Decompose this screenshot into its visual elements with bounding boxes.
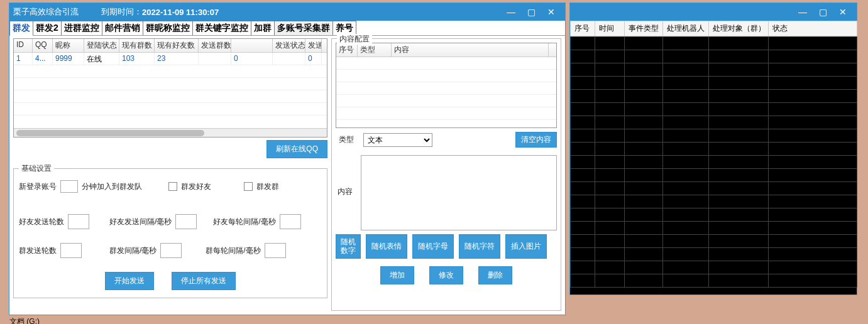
tab-mass-send[interactable]: 群发 [9, 21, 33, 35]
accounts-table[interactable]: ID QQ 昵称 登陆状态 现有群数 现有好友数 发送群数 发送状态 发送 1 … [13, 38, 327, 138]
maximize-button[interactable]: ▢ [521, 3, 541, 21]
random-emoji-button[interactable]: 随机表情 [366, 234, 407, 259]
log-col-time[interactable]: 时间 [595, 21, 625, 36]
col-friends[interactable]: 现有好友数 [155, 39, 199, 52]
new-login-minutes-input[interactable] [60, 180, 78, 193]
friend-rounds-label: 好友发送轮数 [19, 217, 64, 227]
maximize-button-2[interactable]: ▢ [813, 3, 833, 21]
group-round-interval-label: 群每轮间隔/毫秒 [206, 246, 260, 256]
start-send-button[interactable]: 开始发送 [105, 272, 154, 290]
expire-label: 到期时间： [101, 6, 142, 18]
col-content[interactable]: 内容 [392, 43, 549, 57]
log-col-bot[interactable]: 处理机器人 [662, 21, 709, 36]
minimize-button[interactable]: — [501, 3, 521, 21]
group-interval-label: 群发间隔/毫秒 [109, 246, 157, 256]
clear-content-button[interactable]: 清空内容 [515, 132, 557, 148]
delete-button[interactable]: 删除 [478, 266, 512, 284]
random-number-button[interactable]: 随机数字 [336, 234, 361, 259]
content-label: 内容 [336, 155, 354, 197]
send-groups-checkbox[interactable] [244, 182, 253, 191]
tab-keyword-monitor[interactable]: 群关键字监控 [192, 21, 251, 35]
content-config-group: 内容配置 序号 类型 内容 类型 文本 [331, 38, 561, 311]
col-sf[interactable]: 发送 [305, 39, 322, 52]
col-type[interactable]: 类型 [358, 43, 392, 57]
type-label: 类型 [336, 134, 357, 145]
insert-image-button[interactable]: 插入图片 [505, 234, 547, 259]
friend-interval-label: 好友发送间隔/毫秒 [109, 217, 172, 227]
tab-nick-monitor[interactable]: 群昵称监控 [143, 21, 193, 35]
random-char-button[interactable]: 随机字符 [459, 234, 500, 259]
basic-settings-group: 基础设置 新登录账号 分钟加入到群发队 群发好友 群发群 好友发送轮数 [13, 163, 327, 298]
add-button[interactable]: 增加 [380, 266, 414, 284]
col-id[interactable]: ID [14, 39, 33, 52]
basic-settings-legend: 基础设置 [19, 163, 54, 174]
group-rounds-label: 群发送轮数 [19, 246, 57, 256]
log-window: — ▢ ✕ 序号 时间 事件类型 处理机器人 处理对象（群） 状态 [569, 3, 857, 295]
minimize-button-2[interactable]: — [793, 3, 813, 21]
tab-mail[interactable]: 邮件营销 [102, 21, 143, 35]
type-select[interactable]: 文本 [363, 133, 432, 147]
new-login-label: 新登录账号 [19, 181, 57, 192]
log-col-seq[interactable]: 序号 [570, 21, 595, 36]
tab-bar: 群发 群发2 进群监控 邮件营销 群昵称监控 群关键字监控 加群 多账号采集群 … [9, 21, 565, 36]
group-round-interval-input[interactable] [265, 243, 286, 258]
titlebar[interactable]: 栗子高效综合引流 到期时间： 2022-11-09 11:30:07 — ▢ ✕ [9, 3, 565, 21]
random-letter-button[interactable]: 随机字母 [412, 234, 454, 259]
col-nick[interactable]: 昵称 [53, 39, 84, 52]
tab-join-monitor[interactable]: 进群监控 [61, 21, 102, 35]
left-pane: ID QQ 昵称 登陆状态 现有群数 现有好友数 发送群数 发送状态 发送 1 … [13, 38, 327, 311]
col-count[interactable] [231, 39, 273, 52]
desktop-folder-label: 文档 (G:) [9, 316, 40, 324]
content-textarea[interactable] [361, 155, 557, 230]
content-table[interactable]: 序号 类型 内容 [336, 43, 557, 128]
send-groups-label: 群发群 [256, 181, 279, 192]
minutes-label: 分钟加入到群发队 [82, 181, 142, 192]
stop-all-button[interactable]: 停止所有发送 [172, 272, 236, 290]
close-button[interactable]: ✕ [541, 3, 561, 21]
horizontal-scrollbar[interactable] [14, 128, 327, 137]
log-table[interactable]: 序号 时间 事件类型 处理机器人 处理对象（群） 状态 [570, 21, 857, 294]
table-row[interactable]: 1 4... 9999 在线 103 23 0 0 [14, 53, 327, 65]
main-window: 栗子高效综合引流 到期时间： 2022-11-09 11:30:07 — ▢ ✕… [9, 3, 566, 315]
col-qq[interactable]: QQ [33, 39, 53, 52]
send-friends-checkbox[interactable] [168, 182, 177, 191]
group-interval-input[interactable] [160, 243, 182, 258]
tab-nurture[interactable]: 养号 [332, 21, 356, 35]
friend-interval-input[interactable] [175, 214, 197, 229]
tab-mass-send2[interactable]: 群发2 [33, 21, 62, 35]
refresh-online-button[interactable]: 刷新在线QQ [266, 140, 327, 158]
friend-round-interval-label: 好友每轮间隔/毫秒 [213, 217, 275, 227]
col-sendg[interactable]: 发送群数 [199, 39, 231, 52]
col-login[interactable]: 登陆状态 [84, 39, 119, 52]
content-config-legend: 内容配置 [337, 34, 372, 45]
col-seq[interactable]: 序号 [336, 43, 358, 57]
expire-value: 2022-11-09 11:30:07 [142, 8, 219, 17]
tab-multi-collect[interactable]: 多账号采集群 [274, 21, 333, 35]
tab-add-group[interactable]: 加群 [251, 21, 275, 35]
send-friends-label: 群发好友 [181, 181, 211, 192]
friend-round-interval-input[interactable] [280, 214, 301, 229]
close-button-2[interactable]: ✕ [833, 3, 853, 21]
log-col-target[interactable]: 处理对象（群） [708, 21, 769, 36]
log-col-status[interactable]: 状态 [768, 21, 857, 36]
friend-rounds-input[interactable] [68, 214, 89, 229]
col-status[interactable]: 发送状态 [273, 39, 305, 52]
window-title: 栗子高效综合引流 [13, 6, 79, 18]
col-groups[interactable]: 现有群数 [119, 39, 155, 52]
group-rounds-input[interactable] [60, 243, 82, 258]
titlebar-2[interactable]: — ▢ ✕ [570, 3, 857, 21]
log-col-event[interactable]: 事件类型 [624, 21, 663, 36]
edit-button[interactable]: 修改 [429, 266, 463, 284]
